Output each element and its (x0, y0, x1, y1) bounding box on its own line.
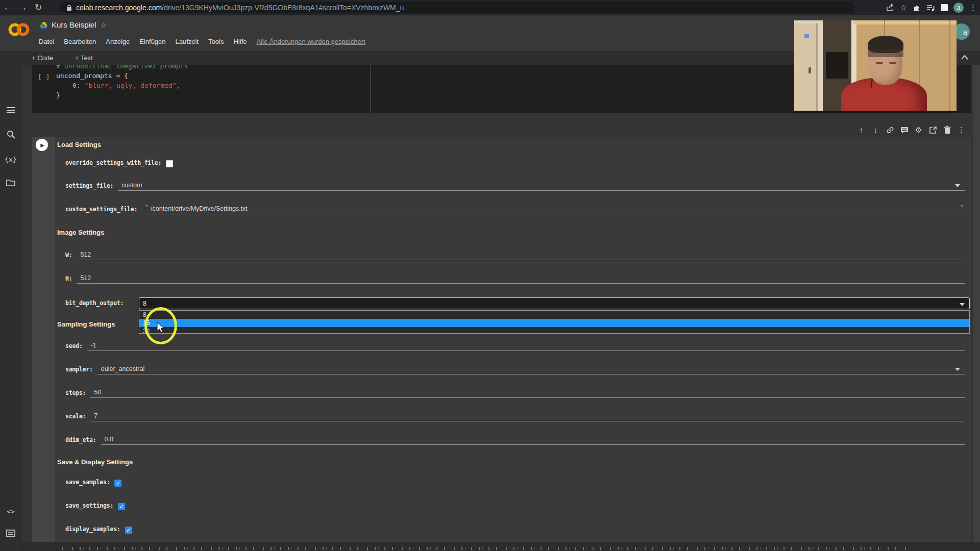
comment-icon[interactable] (899, 125, 909, 135)
ddim-eta-input[interactable]: 0.0 (101, 436, 965, 445)
code-string-value: "blurr, ugly, deformed", (84, 82, 180, 89)
open-in-tab-icon[interactable] (928, 125, 938, 135)
override-settings-label: override_settings_with_file: (65, 159, 161, 168)
scrollbar-track[interactable] (973, 65, 980, 551)
scale-row: scale: 7 (65, 412, 965, 421)
image-settings-heading: Image Settings (57, 229, 104, 236)
colab-logo[interactable] (7, 21, 31, 38)
custom-settings-file-row: custom_settings_file: " /content/drive/M… (65, 205, 965, 214)
menu-tools[interactable]: Tools (208, 38, 224, 45)
bit-depth-dropdown-list: 8 16 32 (139, 310, 970, 334)
height-label: H: (65, 275, 72, 284)
custom-settings-file-input[interactable]: " /content/drive/MyDrive/Settings.txt " (142, 205, 965, 214)
height-row: H: 512 (65, 274, 965, 284)
back-icon[interactable]: ← (0, 0, 15, 15)
override-settings-checkbox[interactable] (166, 160, 173, 167)
menu-hilfe[interactable]: Hilfe (233, 38, 247, 45)
bit-depth-select[interactable]: 8 (139, 297, 970, 309)
code-comment-line: # unconditinal (negative) prompts (56, 65, 188, 70)
save-settings-checkbox[interactable]: ✓ (118, 503, 125, 510)
dropdown-option-16-highlighted[interactable]: 16 (139, 319, 969, 327)
scale-value: 7 (94, 412, 97, 419)
height-value: 512 (80, 274, 91, 282)
add-text-button[interactable]: + Text (75, 51, 93, 65)
execution-indicator[interactable]: [ ] (38, 73, 50, 81)
run-cell-button[interactable]: ▶ (36, 139, 48, 151)
save-samples-label: save_samples: (65, 479, 110, 487)
collapse-header-icon[interactable] (961, 55, 969, 60)
ddim-eta-value: 0.0 (105, 436, 113, 443)
variables-icon[interactable]: {x} (0, 156, 21, 163)
chevron-down-icon (955, 368, 960, 371)
save-samples-checkbox[interactable]: ✓ (114, 480, 121, 487)
width-input[interactable]: 512 (77, 251, 965, 260)
notebook-title[interactable]: Kurs Beispiel (52, 20, 96, 29)
override-settings-row: override_settings_with_file: (65, 159, 965, 168)
settings-file-dropdown[interactable]: custom (118, 182, 965, 191)
menu-anzeige[interactable]: Anzeige (106, 38, 130, 45)
move-cell-down-icon[interactable]: ↓ (871, 125, 880, 135)
display-samples-checkbox[interactable]: ✓ (125, 527, 132, 534)
code-snippets-icon[interactable]: <> (0, 508, 21, 515)
browser-toolbar: ← → ↻ colab.research.google.com/drive/13… (0, 0, 980, 15)
ddim-eta-row: ddim_eta: 0.0 (65, 436, 965, 445)
cam-shelf-box (826, 52, 848, 79)
scale-input[interactable]: 7 (90, 412, 965, 421)
menu-laufzeit[interactable]: Laufzeit (176, 38, 199, 45)
browser-menu-icon[interactable]: ⋮ (969, 3, 977, 12)
settings-file-label: settings_file: (65, 182, 113, 191)
width-value: 512 (80, 251, 91, 258)
forward-icon[interactable]: → (15, 0, 31, 15)
cam-person-brow (876, 62, 883, 64)
dropdown-option-8[interactable]: 8 (139, 311, 969, 319)
seed-input[interactable]: -1 (87, 342, 965, 351)
save-samples-row: save_samples: ✓ (65, 479, 965, 487)
webcam-overlay[interactable] (794, 20, 957, 113)
menu-einfuegen[interactable]: Einfügen (139, 38, 165, 45)
playlist-extension-icon[interactable] (926, 4, 935, 12)
title-row: Kurs Beispiel ☆ (40, 20, 107, 29)
width-row: W: 512 (65, 251, 965, 260)
menu-datei[interactable]: Datei (39, 38, 54, 45)
add-code-button[interactable]: + Code (32, 51, 53, 65)
save-status-link[interactable]: Alle Änderungen wurden gespeichert (256, 38, 365, 45)
drive-file-icon (40, 21, 47, 29)
seed-value: -1 (91, 342, 96, 349)
search-icon[interactable] (0, 130, 21, 141)
tab-window-icon[interactable] (941, 4, 948, 11)
url-bar[interactable]: colab.research.google.com/drive/13G9KHyM… (60, 2, 854, 13)
clipped-next-row (21, 542, 980, 551)
delete-cell-trash-icon[interactable] (942, 125, 952, 135)
cell-more-options-icon[interactable]: ⋮ (957, 125, 966, 135)
steps-input[interactable]: 50 (90, 389, 965, 398)
sampler-dropdown[interactable]: euler_ancestral (97, 365, 965, 374)
sampler-label: sampler: (65, 366, 93, 374)
cell-settings-gear-icon[interactable]: ⚙ (914, 125, 923, 135)
copy-link-icon[interactable] (885, 125, 895, 135)
menu-bearbeiten[interactable]: Bearbeiten (64, 38, 96, 45)
bookmark-star-icon[interactable]: ☆ (900, 3, 907, 12)
extensions-puzzle-icon[interactable] (913, 4, 921, 12)
move-cell-up-icon[interactable]: ↑ (856, 125, 866, 135)
close-quote: " (961, 204, 963, 210)
steps-value: 50 (94, 389, 101, 396)
share-icon[interactable] (886, 4, 895, 12)
display-samples-label: display_samples: (65, 525, 120, 534)
save-settings-row: save_settings: ✓ (65, 502, 965, 511)
command-palette-icon[interactable] (0, 530, 21, 539)
star-notebook-icon[interactable]: ☆ (101, 21, 107, 29)
cam-bottom-bar (794, 111, 957, 113)
reload-icon[interactable]: ↻ (31, 0, 46, 15)
custom-settings-file-value: /content/drive/MyDrive/Settings.txt (151, 205, 248, 212)
files-folder-icon[interactable] (0, 179, 21, 188)
browser-profile-avatar[interactable]: a (953, 3, 964, 13)
dropdown-option-32[interactable]: 32 (139, 327, 969, 334)
table-of-contents-icon[interactable] (0, 107, 21, 116)
scale-label: scale: (65, 413, 86, 421)
cam-person-brow (889, 62, 896, 64)
cam-wardrobe-top (853, 20, 957, 24)
code-line-3: } (56, 91, 60, 99)
steps-label: steps: (65, 389, 86, 398)
chevron-down-icon (955, 184, 960, 187)
height-input[interactable]: 512 (77, 274, 965, 284)
